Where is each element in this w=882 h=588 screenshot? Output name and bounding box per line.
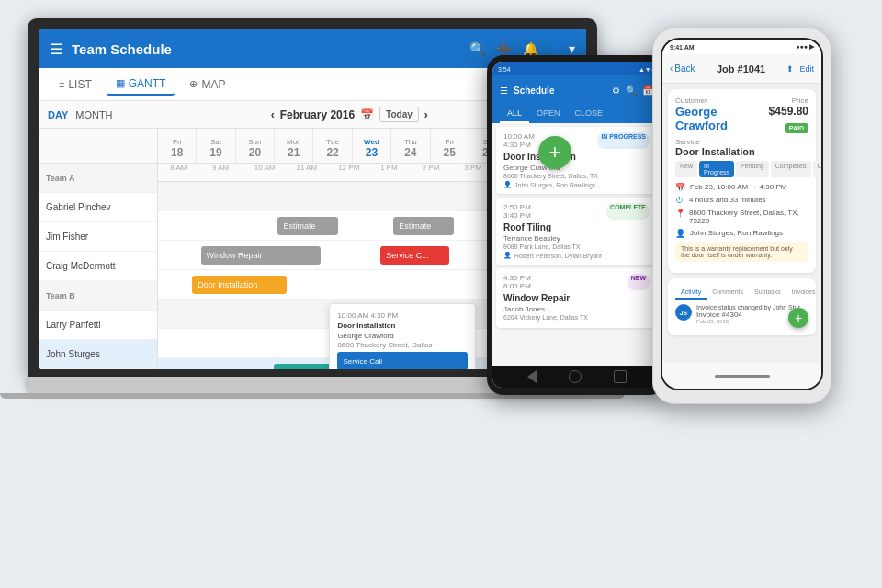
ios-activity-card: Activity Comments Subtasks Invoices File… [668, 278, 816, 335]
person-icon: 👤 [675, 229, 685, 238]
ios-home-indicator [715, 375, 770, 378]
detail-service-call: Service Call [337, 352, 468, 369]
row-larry[interactable]: Larry Panfetti [39, 311, 157, 340]
android-filter-icon[interactable]: ⚙ [612, 85, 620, 96]
row-gabriel[interactable]: Gabriel Pinchev [39, 193, 157, 222]
android-time: 3:54 [498, 66, 511, 73]
android-phone: 3:54 ▲▼● ☰ Schedule ⚙ 🔍 📅 ALL OPEN CLOSE… [487, 55, 666, 395]
row-craig[interactable]: Craig McDermott [39, 252, 157, 281]
tab-invoices[interactable]: Invoices [786, 286, 821, 300]
app-title: Team Schedule [72, 41, 460, 57]
prev-period-btn[interactable]: ‹ [271, 108, 275, 121]
task-estimate-2[interactable]: Estimate [393, 217, 453, 235]
tab-files[interactable]: Files [821, 286, 822, 300]
task-window-repair[interactable]: Window Repair [201, 246, 321, 265]
ios-share-icon[interactable]: ⬆ [786, 64, 794, 74]
notification-icon[interactable]: 🔔 [523, 41, 538, 56]
android-search-icon[interactable]: 🔍 [626, 85, 637, 96]
android-app-title: Schedule [514, 85, 606, 96]
android-job-list: 10:00 AM 4:30 PM IN PROGRESS Door Instal… [492, 123, 661, 366]
status-cancelled[interactable]: Cancelled [813, 161, 821, 177]
ios-back-btn[interactable]: ‹ Back [670, 63, 695, 74]
job-3-time: 4:30 PM 6:00 PM [503, 274, 531, 290]
job-3-customer: Jacob Jones [503, 305, 650, 313]
android-screen: 3:54 ▲▼● ☰ Schedule ⚙ 🔍 📅 ALL OPEN CLOSE… [492, 62, 661, 388]
android-home-btn[interactable] [569, 370, 582, 383]
status-pending[interactable]: Pending [736, 161, 769, 177]
job-2-title: Roof Tiling [503, 222, 650, 232]
android-back-btn[interactable] [527, 370, 537, 383]
row-john[interactable]: John Sturges [39, 340, 157, 369]
day-month-toggle: DAY MONTH [48, 109, 113, 120]
ios-customer-card: Customer George Crawford Price $459.80 P… [668, 89, 816, 273]
ios-status-icons: ●●● ▶ [796, 43, 814, 51]
ios-avatar: JS [675, 304, 692, 321]
row-jim[interactable]: Jim Fisher [39, 222, 157, 252]
ios-paid-badge: PAID [785, 123, 808, 133]
tab-map[interactable]: ⊕ MAP [180, 74, 234, 95]
status-inprogress[interactable]: In Progress [699, 161, 734, 177]
gantt-name-header [39, 129, 157, 164]
task-estimate-1[interactable]: Estimate [277, 217, 337, 235]
add-job-fab[interactable]: + [538, 136, 571, 169]
detail-time: 10:00 AM 4:30 PM [337, 311, 468, 320]
ios-detail-assignees: 👤 John Sturges, Ron Rawlings [675, 229, 808, 238]
ios-detail-address: 📍 8600 Thackery Street, Dallas, TX, 7522… [675, 209, 808, 225]
today-btn[interactable]: Today [379, 107, 419, 122]
filter-all[interactable]: ALL [500, 105, 529, 123]
ios-edit-btn[interactable]: Edit [799, 64, 814, 74]
map-icon: ⊕ [189, 78, 198, 90]
tab-list[interactable]: ≡ LIST [50, 74, 101, 95]
tab-gantt[interactable]: ▦ GANTT [107, 74, 175, 96]
job-3-status: NEW [628, 274, 650, 290]
android-job-3[interactable]: 4:30 PM 6:00 PM NEW Window Repair Jacob … [496, 268, 657, 328]
next-period-btn[interactable]: › [424, 108, 428, 121]
filter-open[interactable]: OPEN [529, 105, 568, 123]
tab-subtasks[interactable]: Subtasks [749, 286, 786, 300]
add-icon[interactable]: ➕ [496, 41, 512, 56]
tab-comments[interactable]: Comments [707, 286, 749, 300]
ios-customer-name[interactable]: George Crawford [675, 105, 769, 132]
tab-activity[interactable]: Activity [675, 286, 707, 300]
month-view-btn[interactable]: MONTH [75, 109, 112, 120]
task-service-c[interactable]: Service C... [380, 246, 449, 265]
detail-customer: George Crawford [337, 332, 468, 340]
calendar-icon[interactable]: 📅 [360, 108, 374, 121]
status-completed[interactable]: Completed [771, 161, 811, 177]
android-job-2[interactable]: 2:50 PM 3:40 PM COMPLETE Roof Tiling Ter… [496, 198, 657, 265]
filter-closed[interactable]: CLOSE [568, 105, 611, 123]
job-3-address: 6204 Vickery Lane, Dallas TX [503, 314, 650, 321]
ios-screen: 9:41 AM ●●● ▶ ‹ Back Job #1041 ⬆ Edit [662, 40, 821, 389]
android-menu-icon[interactable]: ☰ [500, 85, 508, 96]
date-23-today: Wed23 [353, 129, 391, 163]
menu-icon[interactable]: ☰ [50, 40, 62, 58]
team-a-label: Team A [39, 164, 157, 193]
period-label: February 2016 [280, 108, 355, 121]
ios-customer-section: Customer George Crawford [675, 96, 769, 134]
android-recents-btn[interactable] [614, 370, 627, 383]
day-view-btn[interactable]: DAY [48, 109, 68, 120]
gantt-names-column: Team A Gabriel Pinchev Jim Fisher Craig … [39, 129, 158, 369]
team-b-label: Team B [39, 281, 157, 311]
job-2-status: COMPLETE [606, 203, 650, 220]
job-2-header: 2:50 PM 3:40 PM COMPLETE [503, 203, 650, 220]
user-icon[interactable]: 👤 ▾ [549, 41, 575, 56]
date-20: Sun20 [236, 129, 275, 163]
back-chevron-icon: ‹ [670, 63, 673, 74]
android-job-1[interactable]: 10:00 AM 4:30 PM IN PROGRESS Door Instal… [496, 127, 657, 194]
ios-price: $459.80 [769, 105, 808, 118]
ios-nav-bar: ‹ Back Job #1041 ⬆ Edit [662, 54, 821, 84]
ios-nav-title: Job #1041 [701, 63, 782, 74]
ios-content: Customer George Crawford Price $459.80 P… [662, 84, 821, 363]
location-icon: 📍 [675, 209, 684, 218]
date-25: Fri25 [431, 129, 469, 163]
search-icon[interactable]: 🔍 [469, 41, 485, 56]
ios-fab-btn[interactable]: + [788, 308, 808, 328]
task-door-installation-craig[interactable]: Door Installation [192, 276, 287, 294]
status-new[interactable]: New [675, 161, 697, 177]
ios-bottom-bar [662, 363, 821, 389]
ios-status-tabs: New In Progress Pending Completed Cancel… [675, 161, 808, 177]
job-1-status: IN PROGRESS [597, 132, 650, 149]
ios-service: Door Installation [675, 146, 808, 157]
detail-address: 8600 Thackery Street, Dallas [337, 341, 468, 349]
